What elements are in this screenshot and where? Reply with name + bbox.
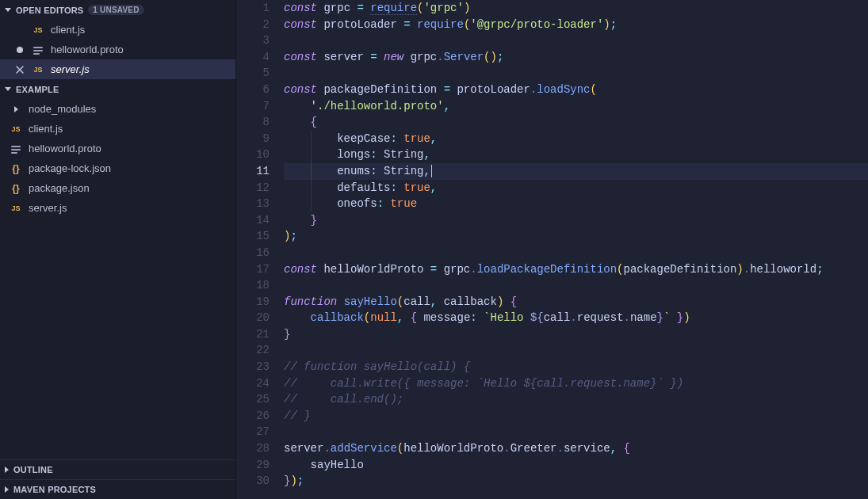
explorer-header[interactable]: EXAMPLE (0, 79, 235, 99)
svg-rect-6 (11, 152, 17, 154)
code-line[interactable]: defaults: true, (284, 180, 868, 196)
svg-point-0 (17, 47, 23, 53)
outline-header[interactable]: OUTLINE (0, 459, 235, 479)
svg-rect-4 (11, 146, 21, 147)
code-line[interactable]: // function sayHello(call) { (284, 359, 868, 375)
open-editor-item[interactable]: helloworld.proto (0, 40, 235, 59)
code-line[interactable] (284, 277, 868, 294)
js-file-icon: JS (32, 66, 44, 74)
code-editor[interactable]: 1234567891011121314151617181920212223242… (236, 0, 868, 499)
code-line[interactable]: const helloWorldProto = grpc.loadPackage… (284, 261, 868, 278)
open-editors-label: OPEN EDITORS (16, 6, 83, 15)
svg-rect-2 (33, 50, 43, 51)
code-line[interactable] (284, 342, 868, 359)
code-line[interactable]: './helloworld.proto', (284, 98, 868, 115)
file-tree-label: client.js (29, 123, 231, 135)
code-line[interactable] (284, 32, 868, 49)
js-file-icon: JS (10, 204, 22, 212)
unsaved-badge: 1 UNSAVED (88, 5, 143, 15)
outline-label: OUTLINE (13, 465, 53, 474)
code-area[interactable]: const grpc = require('grpc')const protoL… (284, 0, 868, 499)
sidebar: OPEN EDITORS 1 UNSAVED JSclient.jshellow… (0, 0, 236, 499)
file-tree-item[interactable]: {}package.json (0, 178, 235, 198)
proto-file-icon (32, 44, 44, 55)
code-line[interactable]: server.addService(helloWorldProto.Greete… (284, 440, 868, 457)
explorer-label: EXAMPLE (16, 85, 59, 94)
code-line[interactable] (284, 65, 868, 82)
maven-label: MAVEN PROJECTS (13, 485, 96, 494)
chevron-right-icon (10, 106, 22, 112)
open-editor-label: server.js (51, 63, 231, 75)
code-line[interactable]: ); (284, 228, 868, 245)
file-tree-label: server.js (29, 202, 231, 214)
code-line[interactable]: keepCase: true, (284, 131, 868, 147)
file-tree-item[interactable]: helloworld.proto (0, 139, 235, 158)
code-line[interactable]: longs: String, (284, 147, 868, 163)
code-line[interactable]: const server = new grpc.Server(); (284, 49, 868, 66)
code-line[interactable] (284, 424, 868, 440)
svg-rect-3 (33, 53, 40, 55)
code-line[interactable]: }); (284, 473, 868, 489)
code-line[interactable]: sayHello (284, 457, 868, 474)
code-line[interactable]: // call.write({ message: `Hello ${call.r… (284, 375, 868, 392)
open-editor-item[interactable]: JSclient.js (0, 20, 235, 40)
open-editors-header[interactable]: OPEN EDITORS 1 UNSAVED (0, 0, 235, 20)
code-line[interactable]: const protoLoader = require('@grpc/proto… (284, 17, 868, 33)
open-editor-label: helloworld.proto (51, 44, 231, 55)
js-file-icon: JS (10, 125, 22, 133)
maven-header[interactable]: MAVEN PROJECTS (0, 479, 235, 499)
json-file-icon: {} (10, 163, 22, 174)
code-line[interactable]: // call.end(); (284, 391, 868, 408)
file-tree-item[interactable]: node_modules (0, 99, 235, 119)
open-editor-item[interactable]: JSserver.js (0, 59, 235, 79)
code-line[interactable]: const packageDefinition = protoLoader.lo… (284, 82, 868, 98)
unsaved-dot-icon (14, 47, 25, 53)
close-icon[interactable] (14, 65, 25, 74)
json-file-icon: {} (10, 183, 22, 194)
code-line[interactable]: } (284, 212, 868, 229)
file-tree-label: package.json (29, 182, 231, 194)
code-line[interactable]: callback(null, { message: `Hello ${call.… (284, 310, 868, 326)
code-line[interactable]: function sayHello(call, callback) { (284, 294, 868, 310)
chevron-right-icon (5, 467, 9, 473)
svg-rect-5 (11, 149, 21, 150)
open-editor-label: client.js (51, 24, 231, 36)
code-line[interactable]: oneofs: true (284, 196, 868, 212)
text-cursor (431, 165, 432, 177)
file-tree-label: node_modules (29, 103, 231, 115)
file-tree-item[interactable]: JSclient.js (0, 119, 235, 139)
code-line[interactable]: // } (284, 408, 868, 425)
chevron-down-icon (5, 8, 11, 12)
file-tree-label: package-lock.json (29, 162, 231, 174)
file-tree-item[interactable]: JSserver.js (0, 198, 235, 218)
code-line[interactable]: { (284, 114, 868, 131)
file-tree-item[interactable]: {}package-lock.json (0, 158, 235, 178)
code-line[interactable] (284, 245, 868, 261)
file-tree-label: helloworld.proto (29, 143, 231, 154)
code-line[interactable]: const grpc = require('grpc') (284, 0, 868, 17)
chevron-down-icon (5, 87, 11, 91)
proto-file-icon (10, 143, 22, 154)
chevron-right-icon (5, 486, 9, 493)
svg-rect-1 (33, 47, 43, 48)
code-line[interactable]: } (284, 326, 868, 343)
js-file-icon: JS (32, 26, 44, 34)
line-gutter: 1234567891011121314151617181920212223242… (236, 0, 284, 499)
code-line[interactable]: enums: String, (284, 163, 868, 180)
